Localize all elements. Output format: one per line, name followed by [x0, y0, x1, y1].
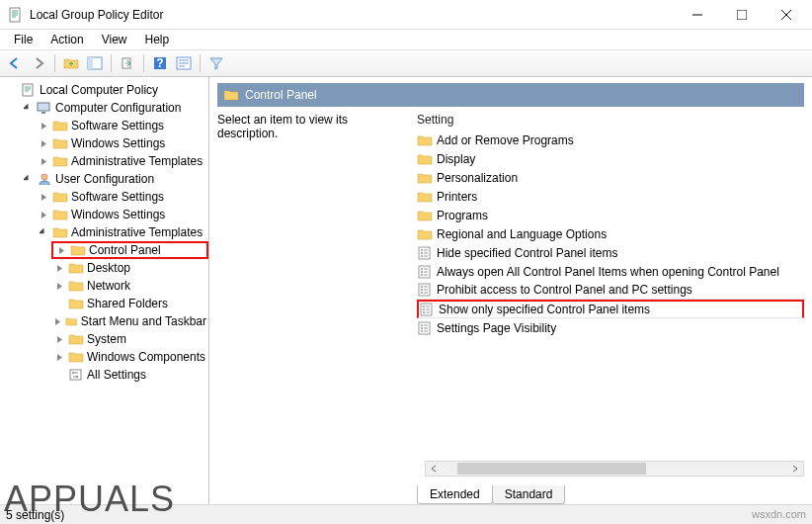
folder-icon: [417, 171, 433, 185]
scrollbar-thumb[interactable]: [457, 463, 646, 475]
list-item[interactable]: Display: [417, 149, 804, 168]
properties-button[interactable]: [173, 52, 195, 74]
close-button[interactable]: [764, 1, 808, 29]
svg-point-11: [41, 174, 47, 180]
tree-computer-config[interactable]: Computer Configuration: [20, 99, 208, 117]
show-tree-button[interactable]: [84, 52, 106, 74]
app-icon: [8, 7, 24, 23]
scroll-right-icon[interactable]: [787, 462, 803, 476]
folder-icon: [52, 208, 68, 221]
list-item[interactable]: Programs: [417, 206, 804, 224]
svg-rect-3: [88, 57, 93, 69]
folder-icon: [52, 119, 68, 132]
tree-shared-folders[interactable]: Shared Folders: [51, 295, 208, 312]
folder-icon: [417, 190, 433, 204]
tree-windows-components[interactable]: Windows Components: [51, 348, 208, 366]
expand-icon[interactable]: [53, 351, 65, 363]
list-item[interactable]: Regional and Language Options: [417, 224, 804, 243]
tree-cc-admin[interactable]: Administrative Templates: [36, 152, 208, 170]
menu-action[interactable]: Action: [42, 31, 91, 48]
svg-rect-12: [70, 370, 81, 380]
tab-standard[interactable]: Standard: [492, 485, 566, 504]
svg-point-20: [421, 268, 423, 270]
tree-network[interactable]: Network: [51, 277, 208, 295]
tree-pane[interactable]: Local Computer Policy Computer Configura…: [0, 77, 209, 504]
forward-button[interactable]: [28, 52, 49, 74]
setting-icon: [417, 283, 433, 297]
expand-icon[interactable]: [53, 280, 65, 292]
description-column: Select an item to view its description.: [217, 113, 405, 504]
expand-icon[interactable]: [53, 315, 62, 327]
menu-file[interactable]: File: [6, 31, 41, 48]
expand-icon[interactable]: [38, 137, 49, 149]
help-button[interactable]: ?: [149, 52, 171, 74]
expand-icon[interactable]: [38, 155, 49, 167]
minimize-button[interactable]: [675, 1, 719, 29]
list-item[interactable]: Always open All Control Panel Items when…: [417, 262, 804, 281]
svg-point-18: [421, 255, 423, 257]
tree-user-config[interactable]: User Configuration: [20, 170, 208, 188]
collapse-icon[interactable]: [22, 173, 34, 185]
svg-point-22: [421, 274, 423, 276]
expand-icon[interactable]: [55, 244, 67, 256]
list-item[interactable]: Settings Page Visibility: [417, 318, 804, 337]
svg-point-28: [423, 306, 425, 307]
scroll-left-icon[interactable]: [426, 462, 442, 476]
tree-uc-windows[interactable]: Windows Settings: [36, 206, 208, 223]
folder-icon: [65, 314, 77, 328]
list-item[interactable]: Prohibit access to Control Panel and PC …: [417, 281, 804, 300]
tab-extended[interactable]: Extended: [417, 485, 493, 504]
tree-desktop[interactable]: Desktop: [51, 259, 208, 277]
tree-root[interactable]: Local Computer Policy: [4, 81, 208, 99]
tree-system[interactable]: System: [51, 330, 208, 348]
tree-start-menu[interactable]: Start Menu and Taskbar: [51, 312, 208, 330]
collapse-icon[interactable]: [38, 226, 49, 238]
svg-rect-9: [38, 103, 49, 111]
filter-button[interactable]: [205, 52, 227, 74]
tree-all-settings[interactable]: All Settings: [51, 366, 208, 384]
folder-icon: [417, 209, 433, 222]
tree-cc-windows[interactable]: Windows Settings: [36, 134, 208, 152]
svg-point-34: [421, 330, 423, 332]
list-item[interactable]: Printers: [417, 187, 804, 206]
setting-icon: [417, 321, 433, 335]
window-title: Local Group Policy Editor: [30, 8, 675, 22]
svg-rect-8: [23, 84, 33, 96]
column-header-setting[interactable]: Setting: [417, 113, 804, 127]
folder-icon: [68, 332, 84, 346]
list-item[interactable]: Add or Remove Programs: [417, 131, 804, 149]
status-text: 5 setting(s): [6, 508, 64, 522]
tree-uc-software[interactable]: Software Settings: [36, 188, 208, 206]
collapse-icon[interactable]: [22, 102, 34, 114]
list-item[interactable]: Hide specified Control Panel items: [417, 243, 804, 262]
export-button[interactable]: [117, 52, 138, 74]
expand-icon[interactable]: [38, 191, 49, 203]
expand-icon[interactable]: [38, 209, 49, 220]
tree-uc-admin[interactable]: Administrative Templates: [36, 223, 208, 241]
menu-help[interactable]: Help: [137, 31, 178, 48]
expand-icon[interactable]: [53, 333, 65, 345]
up-button[interactable]: [60, 52, 82, 74]
tree-control-panel[interactable]: Control Panel: [51, 241, 208, 259]
back-button[interactable]: [4, 52, 26, 74]
expand-icon[interactable]: [38, 120, 49, 131]
folder-icon: [417, 133, 433, 147]
folder-icon: [52, 190, 68, 204]
svg-text:?: ?: [156, 56, 163, 70]
folder-icon: [223, 88, 239, 102]
tree-cc-software[interactable]: Software Settings: [36, 117, 208, 134]
horizontal-scrollbar[interactable]: [425, 461, 804, 477]
computer-icon: [37, 101, 52, 115]
expand-icon[interactable]: [53, 262, 65, 274]
menu-view[interactable]: View: [94, 31, 135, 48]
status-bar: 5 setting(s): [0, 504, 812, 524]
svg-rect-10: [41, 112, 45, 114]
folder-icon: [417, 227, 433, 241]
category-header: Control Panel: [217, 83, 804, 107]
folder-icon: [52, 225, 68, 239]
list-item[interactable]: Show only specified Control Panel items: [417, 300, 804, 318]
setting-icon: [419, 303, 435, 316]
folder-icon: [70, 243, 86, 257]
list-item[interactable]: Personalization: [417, 168, 804, 187]
maximize-button[interactable]: [719, 1, 764, 29]
